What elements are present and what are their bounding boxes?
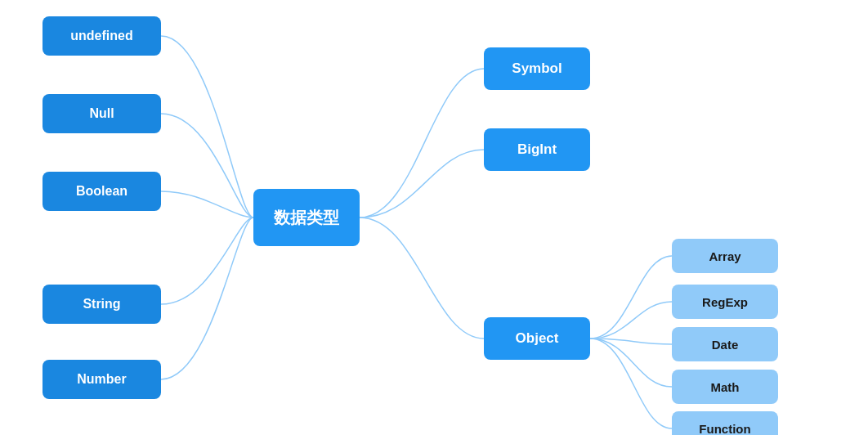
node-boolean: Boolean [43, 172, 161, 211]
node-object: Object [484, 317, 590, 360]
node-date: Date [672, 327, 778, 361]
node-array: Array [672, 239, 778, 273]
node-math: Math [672, 370, 778, 404]
node-bigint: BigInt [484, 128, 590, 171]
node-null: Null [43, 94, 161, 133]
node-string: String [43, 285, 161, 324]
node-symbol: Symbol [484, 47, 590, 90]
node-function: Function [672, 411, 778, 435]
node-regexp: RegExp [672, 285, 778, 319]
node-undefined: undefined [43, 16, 161, 56]
node-number: Number [43, 360, 161, 399]
center-node: 数据类型 [253, 189, 360, 246]
